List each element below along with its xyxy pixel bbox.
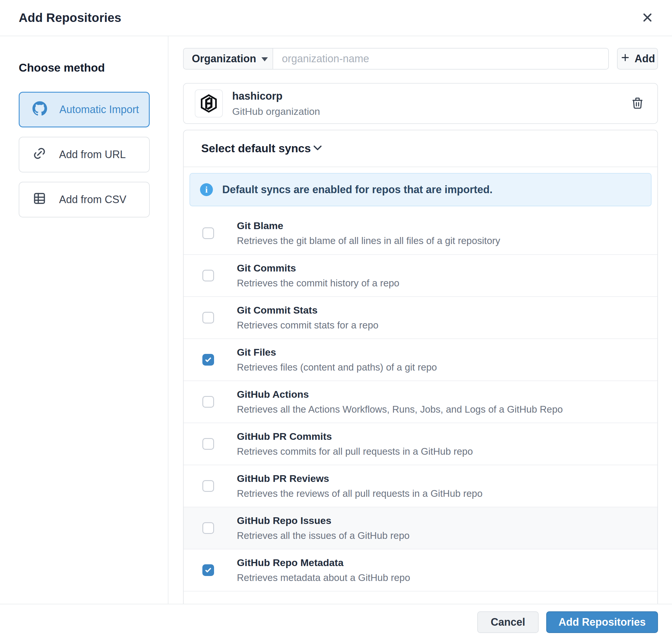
sync-name: GitHub PR Commits (237, 431, 473, 442)
checkbox[interactable] (202, 564, 214, 576)
add-repositories-button[interactable]: Add Repositories (546, 611, 658, 633)
method-add-from-url[interactable]: Add from URL (19, 137, 150, 172)
cancel-button[interactable]: Cancel (477, 611, 539, 633)
sync-row-git-blame[interactable]: Git BlameRetrieves the git blame of all … (184, 212, 657, 254)
sync-description: Retrieves the commit history of a repo (237, 278, 399, 289)
checkbox[interactable] (202, 480, 214, 492)
sync-row-github-actions[interactable]: GitHub ActionsRetrieves all the Actions … (184, 380, 657, 423)
sync-description: Retrieves all the issues of a GitHub rep… (237, 530, 410, 541)
sync-row-git-commits[interactable]: Git CommitsRetrieves the commit history … (184, 254, 657, 296)
organization-name: hashicorp (232, 90, 320, 102)
import-type-value: Organization (192, 53, 256, 65)
sync-row-github-repo-metadata[interactable]: GitHub Repo MetadataRetrieves metadata a… (184, 549, 657, 591)
choose-method-heading: Choose method (19, 61, 149, 74)
sync-list: Git BlameRetrieves the git blame of all … (184, 212, 657, 604)
method-label: Add from URL (59, 148, 126, 161)
sync-name: Git Commits (237, 262, 399, 274)
select-default-syncs-header[interactable]: Select default syncs (184, 130, 657, 167)
plus-icon (620, 52, 630, 66)
import-type-select[interactable]: Organization (183, 48, 273, 70)
github-icon (32, 101, 47, 118)
checkbox[interactable] (202, 522, 214, 534)
close-icon (641, 11, 654, 25)
sync-name: Git Blame (237, 220, 500, 231)
method-automatic-import[interactable]: Automatic Import (19, 92, 150, 127)
sync-row-github-repo-pull-requests[interactable]: GitHub Repo Pull Requests (184, 591, 657, 604)
sync-description: Retrieves all the Actions Workflows, Run… (237, 404, 563, 415)
choose-method-sidebar: Choose method Automatic Import (0, 36, 169, 604)
modal-header: Add Repositories (0, 0, 672, 36)
sync-name: Git Commit Stats (237, 305, 378, 316)
hashicorp-logo (195, 89, 223, 117)
trash-icon (631, 97, 644, 111)
link-icon (32, 146, 47, 163)
chevron-down-icon (311, 141, 324, 156)
sync-description: Retrieves the git blame of all lines in … (237, 235, 500, 246)
main-panel: Organization Add (169, 36, 672, 604)
modal-footer: Cancel Add Repositories (0, 604, 672, 640)
sync-description: Retrieves the reviews of all pull reques… (237, 488, 483, 499)
checkbox[interactable] (202, 396, 214, 408)
sync-name: GitHub Repo Metadata (237, 557, 410, 568)
organization-name-input[interactable] (273, 48, 609, 70)
checkbox[interactable] (202, 312, 214, 323)
delete-organization-button[interactable] (629, 95, 646, 112)
info-banner-wrap: i Default syncs are enabled for repos th… (184, 167, 657, 212)
info-banner-text: Default syncs are enabled for repos that… (222, 184, 492, 196)
checkbox[interactable] (202, 270, 214, 281)
checkbox[interactable] (202, 438, 214, 450)
select-default-syncs-title: Select default syncs (201, 142, 311, 155)
chevron-down-icon (261, 57, 268, 61)
sync-description: Retrieves metadata about a GitHub repo (237, 572, 410, 583)
close-button[interactable] (638, 9, 657, 27)
add-button-label: Add (634, 53, 655, 65)
default-syncs-card: Select default syncs i Default syncs are… (183, 130, 658, 604)
sync-name: GitHub Repo Issues (237, 515, 410, 526)
organization-row: hashicorp GitHub organization (183, 83, 658, 124)
sync-name: GitHub PR Reviews (237, 473, 483, 484)
info-banner: i Default syncs are enabled for repos th… (189, 173, 652, 206)
organization-info: hashicorp GitHub organization (232, 90, 320, 117)
sync-row-github-pr-reviews[interactable]: GitHub PR ReviewsRetrieves the reviews o… (184, 465, 657, 507)
method-label: Add from CSV (59, 193, 126, 206)
sync-description: Retrieves commit stats for a repo (237, 320, 378, 331)
sync-row-git-commit-stats[interactable]: Git Commit StatsRetrieves commit stats f… (184, 296, 657, 338)
sync-row-github-pr-commits[interactable]: GitHub PR CommitsRetrieves commits for a… (184, 423, 657, 465)
checkbox[interactable] (202, 354, 214, 366)
sync-description: Retrieves files (content and paths) of a… (237, 362, 437, 373)
modal-title: Add Repositories (19, 11, 121, 25)
method-label: Automatic Import (59, 103, 139, 116)
table-icon (32, 191, 47, 208)
add-organization-button[interactable]: Add (617, 48, 658, 70)
sync-row-git-files[interactable]: Git FilesRetrieves files (content and pa… (184, 338, 657, 380)
info-icon: i (200, 183, 213, 196)
sync-description: Retrieves commits for all pull requests … (237, 446, 473, 457)
organization-description: GitHub organization (232, 106, 320, 117)
checkbox[interactable] (202, 227, 214, 239)
sync-name: GitHub Actions (237, 389, 563, 400)
sync-row-github-repo-issues[interactable]: GitHub Repo IssuesRetrieves all the issu… (184, 507, 657, 549)
import-bar: Organization Add (183, 48, 658, 70)
sync-name: Git Files (237, 347, 437, 358)
add-repositories-modal: Add Repositories Choose method Automatic… (0, 0, 672, 640)
method-add-from-csv[interactable]: Add from CSV (19, 182, 150, 217)
